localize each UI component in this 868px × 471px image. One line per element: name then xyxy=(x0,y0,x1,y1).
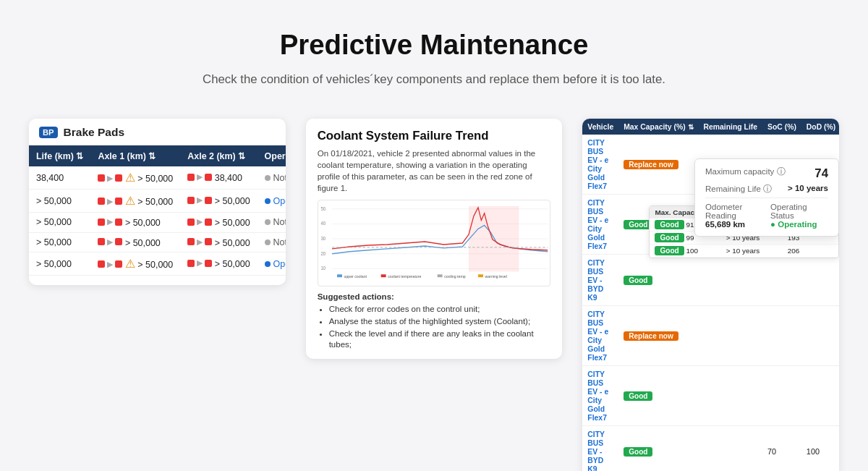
cell-life: 38,400 xyxy=(29,166,90,190)
ev-col-soc: SoC (%) xyxy=(762,119,801,135)
cell-axle2: ▶ > 50,000 xyxy=(180,232,257,253)
vehicle-link[interactable]: CITY BUS EV - e City Gold Flex7 xyxy=(587,310,608,362)
warning-icon: ⚠ xyxy=(125,171,135,184)
svg-text:coolant temperature: coolant temperature xyxy=(388,274,421,279)
bar-seg3 xyxy=(187,197,195,204)
ev-badge: Good xyxy=(624,447,652,457)
popup-op-status-value: ● Operating xyxy=(770,220,828,229)
bar-indicator: ▶ xyxy=(98,237,122,247)
coolant-chart: 50 40 30 20 10 xyxy=(318,200,551,287)
cell-status: Not operating xyxy=(258,213,286,233)
bar-seg2 xyxy=(115,238,122,245)
table-row: CITY BUS EV - e City Gold Flex7 Good xyxy=(582,366,839,426)
ev-cell-vehicle: CITY BUS EV - e City Gold Flex7 xyxy=(582,135,618,195)
bar-seg2 xyxy=(115,260,122,268)
bar-indicator: ▶ xyxy=(98,174,122,183)
svg-rect-10 xyxy=(469,206,519,271)
svg-text:30: 30 xyxy=(320,236,326,241)
ev-col-dod: DoD (%) xyxy=(801,119,839,135)
ev-cell-capacity: Good xyxy=(618,426,698,472)
cell-life: > 50,000 xyxy=(29,190,90,213)
bar-seg3 xyxy=(187,218,195,226)
bar-indicator2: ▶ xyxy=(187,237,212,247)
status-dot-gray xyxy=(265,239,271,245)
bar-indicator2: ▶ xyxy=(187,195,212,205)
inner-cell-cycles: 206 xyxy=(783,245,838,258)
vehicle-link[interactable]: CITY BUS EV - e City Gold Flex7 xyxy=(587,370,608,422)
col-axle1: Axle 1 (km) ⇅ xyxy=(90,145,180,166)
ev-cell-dod xyxy=(801,255,839,306)
bar-seg4 xyxy=(205,260,212,267)
cards-row: BP Brake Pads Life (km) ⇅ Axle 1 (km) ⇅ … xyxy=(29,119,839,471)
popup-max-cap-value: 74 xyxy=(814,166,828,181)
brake-pads-title: Brake Pads xyxy=(64,126,125,139)
status-text-op: Operating xyxy=(273,259,286,269)
coolant-action-item: Check for error codes on the control uni… xyxy=(329,304,551,315)
ev-cell-capacity: Good xyxy=(618,255,698,306)
popup-odometer-value: 65,689 km xyxy=(705,220,770,229)
svg-rect-12 xyxy=(337,275,342,278)
bar-seg xyxy=(98,174,105,182)
cell-axle1: ▶ > 50,000 xyxy=(90,213,180,233)
vehicle-link[interactable]: CITY BUS EV - BYD K9 xyxy=(587,430,604,471)
bar-indicator: ▶ xyxy=(98,217,122,226)
col-life: Life (km) ⇅ xyxy=(29,145,90,166)
coolant-desc: On 01/18/2021, vehicle 2 presented abnor… xyxy=(318,148,551,194)
ev-cell-vehicle: CITY BUS EV - e City Gold Flex7 xyxy=(582,366,618,426)
svg-rect-14 xyxy=(380,275,386,278)
svg-text:40: 40 xyxy=(320,221,326,226)
coolant-action-item: Check the level and if there are any lea… xyxy=(329,328,551,350)
ev-cell-soc: 70 xyxy=(762,426,801,472)
status-dot-gray xyxy=(265,175,271,181)
bar-indicator: ▶ xyxy=(98,197,122,206)
ev-cell-vehicle: CITY BUS EV - e City Gold Flex7 xyxy=(582,195,618,255)
status-text-notop: Not operating xyxy=(273,237,286,247)
ev-cell-remaining xyxy=(699,366,762,426)
bar-indicator2: ▶ xyxy=(187,172,212,182)
coolant-card: Coolant System Failure Trend On 01/18/20… xyxy=(306,119,563,359)
bar-seg4 xyxy=(205,218,212,226)
svg-text:upper coolant: upper coolant xyxy=(344,274,367,279)
brake-pads-table: Life (km) ⇅ Axle 1 (km) ⇅ Axle 2 (km) ⇅ … xyxy=(29,145,286,276)
cell-axle2: ▶ 38,400 xyxy=(180,166,257,190)
cell-life: > 50,000 xyxy=(29,213,90,233)
table-row: > 50,000 ▶ ⚠ > 50,000 ▶ > 50,000 Operati… xyxy=(29,190,286,213)
ev-cell-vehicle: CITY BUS EV - e City Gold Flex7 xyxy=(582,306,618,366)
table-row: > 50,000 ▶ > 50,000 ▶ > 50,000 Not opera… xyxy=(29,213,286,233)
col-operating: Operating ⇅ xyxy=(258,145,286,166)
coolant-action-item: Analyse the status of the highlighted sy… xyxy=(329,316,551,327)
table-row: CITY BUS EV - e City Gold Flex7 Replace … xyxy=(582,306,839,366)
cell-axle2: ▶ > 50,000 xyxy=(180,253,257,276)
page-title: Predictive Maintenance xyxy=(29,29,839,61)
ev-badge: Good xyxy=(624,220,652,229)
bar-seg4 xyxy=(205,238,212,245)
ev-cell-dod: 100 xyxy=(801,426,839,472)
inner-badge: Good xyxy=(655,246,684,255)
vehicle-link[interactable]: CITY BUS EV - e City Gold Flex7 xyxy=(587,199,608,250)
ev-badge: Good xyxy=(624,276,652,285)
warning-icon: ⚠ xyxy=(125,258,135,270)
coolant-title: Coolant System Failure Trend xyxy=(318,129,551,143)
page-subtitle: Check the condition of vehicles´key comp… xyxy=(29,72,839,87)
bar-seg3 xyxy=(187,238,195,245)
svg-rect-18 xyxy=(478,275,483,278)
cell-status: Operating xyxy=(258,253,286,276)
bar-seg2 xyxy=(115,174,122,182)
popup-remaining-value: > 10 years xyxy=(788,184,828,195)
warning-icon: ⚠ xyxy=(125,195,135,207)
inner-badge: Good xyxy=(655,220,684,229)
coolant-content: Coolant System Failure Trend On 01/18/20… xyxy=(306,119,563,359)
svg-text:20: 20 xyxy=(320,251,326,256)
status-text-notop: Not operating xyxy=(273,217,286,227)
ev-cell-capacity: Good xyxy=(618,366,698,426)
brake-pads-card: BP Brake Pads Life (km) ⇅ Axle 1 (km) ⇅ … xyxy=(29,119,286,285)
ev-popup: Maximum capacity ⓘ 74 Remaining Life ⓘ >… xyxy=(694,158,839,237)
cell-axle1: ▶ > 50,000 xyxy=(90,232,180,253)
vehicle-link[interactable]: CITY BUS EV - e City Gold Flex7 xyxy=(587,139,608,190)
ev-battery-card: Vehicle Max Capacity (%) ⇅ Remaining Lif… xyxy=(582,119,839,471)
bar-seg4 xyxy=(205,174,212,181)
bar-seg3 xyxy=(187,174,195,181)
bar-seg xyxy=(98,198,105,205)
vehicle-link[interactable]: CITY BUS EV - BYD K9 xyxy=(587,259,604,302)
cell-status: Not operating xyxy=(258,166,286,190)
